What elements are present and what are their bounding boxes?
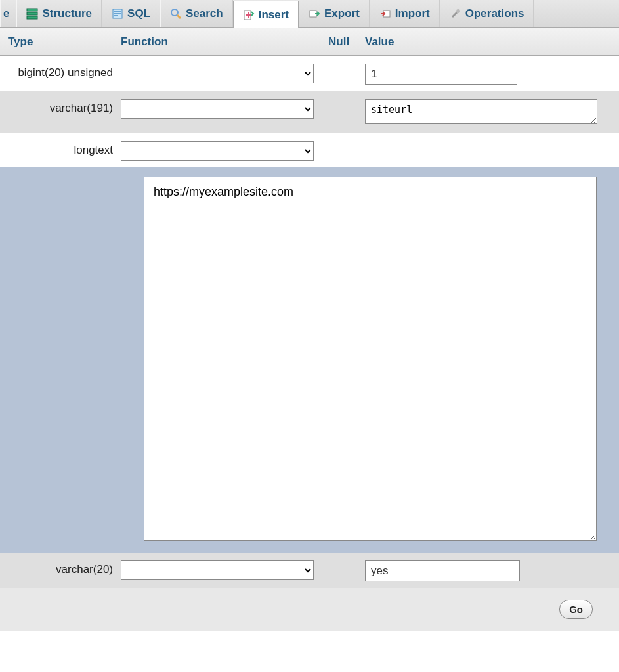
operations-icon bbox=[450, 8, 461, 20]
search-icon bbox=[170, 8, 182, 20]
function-select[interactable] bbox=[121, 141, 314, 161]
tab-label: SQL bbox=[127, 7, 150, 20]
function-select[interactable] bbox=[121, 99, 314, 119]
table-row: varchar(191) bbox=[0, 91, 619, 133]
form-footer: Go bbox=[0, 588, 619, 631]
import-icon bbox=[379, 8, 391, 20]
insert-icon bbox=[243, 9, 255, 21]
table-row: varchar(20) bbox=[0, 553, 619, 588]
type-label: varchar(191) bbox=[0, 98, 121, 115]
tab-label: Search bbox=[186, 7, 223, 20]
type-label: longtext bbox=[0, 140, 121, 157]
tab-label: e bbox=[3, 7, 9, 20]
tab-browse-partial[interactable]: e bbox=[0, 0, 16, 27]
tab-label: Insert bbox=[259, 9, 289, 22]
export-icon bbox=[309, 8, 320, 20]
header-value: Value bbox=[365, 35, 619, 49]
tab-import[interactable]: Import bbox=[370, 0, 440, 27]
type-label: varchar(20) bbox=[0, 559, 121, 576]
tab-bar: e Structure SQL Search Insert Export I bbox=[0, 0, 619, 28]
tab-structure[interactable]: Structure bbox=[16, 0, 102, 27]
longtext-editor-wrap bbox=[0, 167, 619, 553]
value-input[interactable] bbox=[365, 560, 520, 581]
svg-point-9 bbox=[456, 9, 460, 13]
function-select[interactable] bbox=[121, 560, 314, 580]
tab-label: Structure bbox=[42, 7, 92, 20]
value-input[interactable] bbox=[365, 64, 517, 85]
tab-operations[interactable]: Operations bbox=[440, 0, 534, 27]
svg-rect-1 bbox=[27, 12, 37, 15]
header-type: Type bbox=[0, 35, 121, 49]
tab-sql[interactable]: SQL bbox=[102, 0, 160, 27]
tab-search[interactable]: Search bbox=[160, 0, 233, 27]
svg-rect-2 bbox=[27, 16, 37, 19]
header-function: Function bbox=[121, 35, 328, 49]
svg-line-5 bbox=[177, 15, 181, 18]
header-null: Null bbox=[328, 35, 365, 49]
svg-rect-0 bbox=[27, 9, 37, 11]
tab-insert[interactable]: Insert bbox=[233, 1, 299, 28]
sql-icon bbox=[112, 8, 123, 20]
go-button[interactable]: Go bbox=[559, 600, 593, 619]
tab-label: Import bbox=[395, 7, 430, 20]
table-row: longtext bbox=[0, 133, 619, 167]
type-label: bigint(20) unsigned bbox=[0, 62, 121, 79]
table-row: bigint(20) unsigned bbox=[0, 56, 619, 91]
function-select[interactable] bbox=[121, 64, 314, 83]
tab-export[interactable]: Export bbox=[299, 0, 370, 27]
value-textarea[interactable] bbox=[365, 99, 597, 124]
structure-icon bbox=[26, 8, 38, 20]
tab-label: Operations bbox=[465, 7, 524, 20]
svg-point-4 bbox=[171, 9, 178, 16]
tab-label: Export bbox=[324, 7, 360, 20]
column-headers: Type Function Null Value bbox=[0, 28, 619, 56]
value-textarea-large[interactable] bbox=[144, 177, 597, 541]
